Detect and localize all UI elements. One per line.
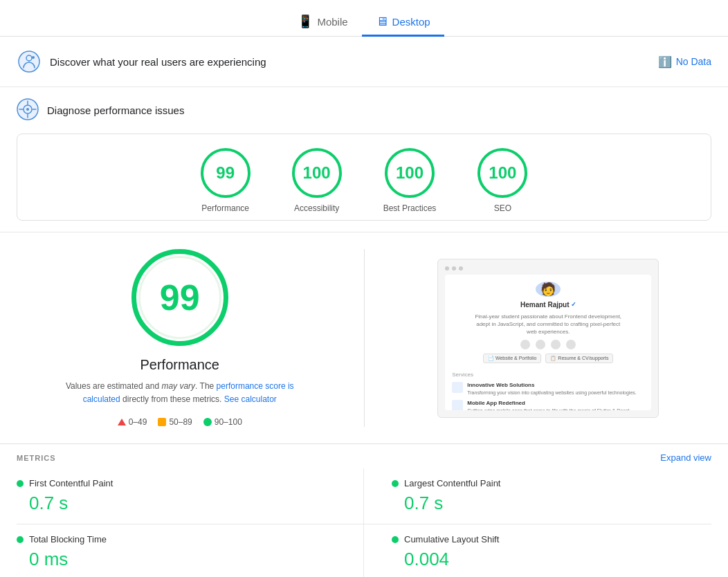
metric-fcp: First Contentful Paint 0.7 s <box>17 468 364 524</box>
social-icon-3 <box>551 340 561 349</box>
score-label-accessibility: Accessibility <box>294 203 339 213</box>
legend-green-range: 90–100 <box>215 417 242 427</box>
metric-lcp-value: 0.7 s <box>392 493 711 514</box>
tab-desktop[interactable]: 🖥 Desktop <box>362 8 444 37</box>
browser-dot-2 <box>452 266 456 271</box>
score-value-performance: 99 <box>216 163 235 183</box>
sc-btn-portfolio[interactable]: 📄 Website & Portfolio <box>483 354 541 363</box>
sc-service-1: Innovative Web Solutions Transforming yo… <box>452 382 644 396</box>
browser-bar <box>445 266 651 271</box>
sc-service-text-2: Mobile App Redefined Cutting-edge mobile… <box>467 400 644 410</box>
sc-action-buttons: 📄 Website & Portfolio 📋 Resume & CV/supp… <box>483 354 613 363</box>
desktop-icon: 🖥 <box>376 15 388 29</box>
score-value-best-practices: 100 <box>396 163 424 183</box>
metric-cls-value: 0.004 <box>392 549 711 570</box>
score-card-best-practices: 100 Best Practices <box>383 148 437 213</box>
metric-lcp-header: Largest Contentful Paint <box>392 478 711 488</box>
legend-green-icon <box>203 418 212 426</box>
mobile-icon: 📱 <box>298 14 313 29</box>
score-card-seo: 100 SEO <box>477 148 527 213</box>
legend-red-range: 0–49 <box>129 417 147 427</box>
sc-btn-resume[interactable]: 📋 Resume & CV/supports <box>545 354 613 363</box>
sc-service-desc-2: Cutting-edge mobile apps that come to li… <box>467 407 644 410</box>
no-data-section: ℹ️ No Data <box>658 55 711 68</box>
diagnose-header: Diagnose performance issues <box>17 98 711 122</box>
score-inner-ring <box>138 256 221 339</box>
metric-fcp-header: First Contentful Paint <box>17 478 336 488</box>
sc-name: Hemant Rajput ✓ <box>520 301 576 309</box>
score-circle-best-practices: 100 <box>385 148 435 198</box>
metric-tbt: Total Blocking Time 0 ms <box>17 524 364 577</box>
performance-right: 🧑 Hemant Rajput ✓ Final-year student pas… <box>365 249 712 427</box>
metric-cls-dot <box>392 536 399 543</box>
score-value-seo: 100 <box>489 163 516 183</box>
metric-fcp-name: First Contentful Paint <box>29 478 113 488</box>
page-container: 📱 Mobile 🖥 Desktop Discover what your re… <box>0 0 728 577</box>
metric-tbt-name: Total Blocking Time <box>29 534 107 544</box>
score-label-best-practices: Best Practices <box>383 203 437 213</box>
metrics-label: METRICS <box>17 454 56 462</box>
score-card-performance: 99 Performance <box>201 148 251 213</box>
expand-view-button[interactable]: Expand view <box>660 452 711 463</box>
legend-item-green: 90–100 <box>203 417 242 427</box>
diagnose-icon <box>17 98 39 122</box>
tab-mobile-label: Mobile <box>317 16 347 28</box>
score-circle-accessibility: 100 <box>292 148 342 198</box>
discover-icon <box>17 49 42 74</box>
metric-fcp-dot <box>17 480 24 487</box>
metrics-grid: First Contentful Paint 0.7 s Largest Con… <box>0 468 728 577</box>
metric-lcp-name: Largest Contentful Paint <box>404 478 500 488</box>
sc-services-label: Services <box>452 372 473 378</box>
tab-mobile[interactable]: 📱 Mobile <box>284 8 361 37</box>
metric-cls-name: Cumulative Layout Shift <box>404 534 499 544</box>
performance-title: Performance <box>140 357 220 373</box>
sc-service-icon-2 <box>452 400 463 410</box>
sc-service-text-1: Innovative Web Solutions Transforming yo… <box>467 382 636 396</box>
legend-orange-range: 50–89 <box>169 417 192 427</box>
calc-link[interactable]: See calculator <box>224 394 277 404</box>
social-icon-4 <box>566 340 576 349</box>
big-score-circle: 99 <box>131 249 228 346</box>
desc-may-vary: may vary <box>161 381 195 391</box>
performance-section: 99 Performance Values are estimated and … <box>0 232 728 444</box>
tab-bar: 📱 Mobile 🖥 Desktop <box>0 0 728 37</box>
screenshot-content: 🧑 Hemant Rajput ✓ Final-year student pas… <box>445 275 651 410</box>
metric-cls-header: Cumulative Layout Shift <box>392 534 711 544</box>
info-icon: ℹ️ <box>658 55 672 68</box>
metric-fcp-value: 0.7 s <box>17 493 336 514</box>
browser-dot-3 <box>459 266 463 271</box>
metrics-header: METRICS Expand view <box>0 444 728 468</box>
desc-suffix: directly from these metrics. <box>120 394 224 404</box>
discover-banner: Discover what your real users are experi… <box>0 37 728 87</box>
sc-avatar: 🧑 <box>536 282 561 297</box>
metric-lcp-dot <box>392 480 399 487</box>
diagnose-title: Diagnose performance issues <box>47 104 184 116</box>
metric-tbt-value: 0 ms <box>17 549 336 570</box>
browser-dot-1 <box>445 266 449 271</box>
score-circle-seo: 100 <box>477 148 527 198</box>
legend-red-icon <box>118 419 126 425</box>
desc-prefix: Values are estimated and <box>66 381 162 391</box>
diagnose-section: Diagnose performance issues 99 Performan… <box>0 87 728 232</box>
social-icon-1 <box>520 340 530 349</box>
discover-text: Discover what your real users are experi… <box>50 56 266 68</box>
performance-left: 99 Performance Values are estimated and … <box>17 249 365 427</box>
desc-mid: . The <box>195 381 216 391</box>
sc-service-title-1: Innovative Web Solutions <box>467 382 636 388</box>
legend-item-orange: 50–89 <box>158 417 192 427</box>
score-circle-performance: 99 <box>201 148 251 198</box>
score-value-accessibility: 100 <box>303 163 331 183</box>
performance-legend: 0–49 50–89 90–100 <box>118 417 242 427</box>
tab-desktop-label: Desktop <box>392 16 430 28</box>
website-screenshot: 🧑 Hemant Rajput ✓ Final-year student pas… <box>437 259 659 418</box>
score-label-performance: Performance <box>201 203 249 213</box>
metric-cls: Cumulative Layout Shift 0.004 <box>364 524 711 577</box>
svg-point-0 <box>19 51 39 72</box>
sc-social-icons <box>520 340 576 349</box>
sc-service-title-2: Mobile App Redefined <box>467 400 644 406</box>
metric-tbt-header: Total Blocking Time <box>17 534 336 544</box>
score-label-seo: SEO <box>494 203 511 213</box>
performance-desc: Values are estimated and may vary. The p… <box>62 380 298 406</box>
legend-orange-icon <box>158 418 166 426</box>
sc-service-icon-1 <box>452 382 463 393</box>
